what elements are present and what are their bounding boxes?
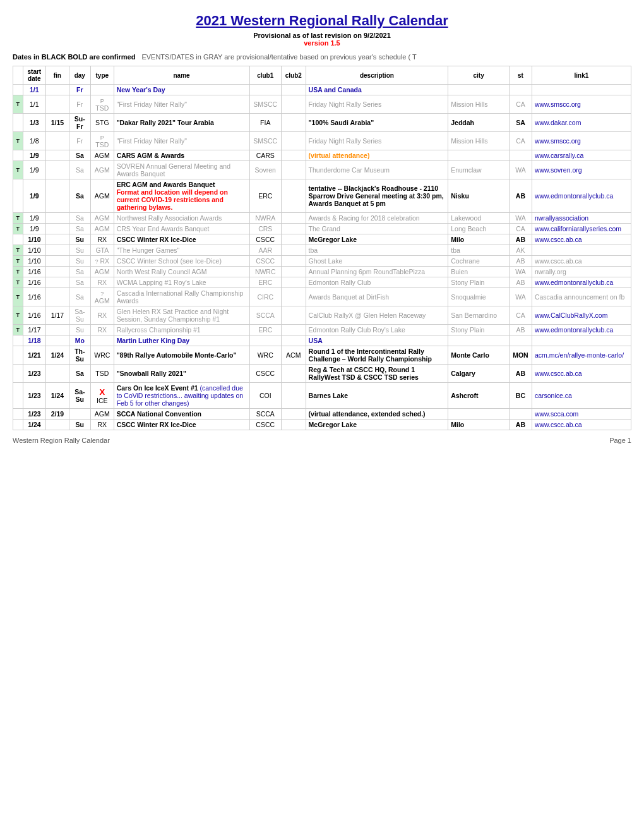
cell-city: Stony Plain <box>448 277 510 288</box>
table-row: T1/16Sa? AGMCascadia International Rally… <box>13 288 631 306</box>
link-anchor[interactable]: www.CalClubRallyX.com <box>535 311 608 319</box>
cell-club2 <box>281 325 306 335</box>
footer-right: Page 1 <box>609 437 631 444</box>
cell-day: Sa <box>69 267 90 277</box>
cell-club2 <box>281 383 306 409</box>
t-marker: T <box>13 306 23 325</box>
cell-link[interactable]: www.smscc.org <box>532 132 631 150</box>
table-row: T1/9SaAGMCRS Year End Awards BanquetCRST… <box>13 224 631 234</box>
link-anchor[interactable]: www.edmontonrallyclub.ca <box>535 279 613 286</box>
cell-day: Sa <box>69 179 90 213</box>
cell-start-date: 1/9 <box>23 161 46 179</box>
cell-link[interactable]: Cascadia announcement on fb <box>532 288 631 306</box>
table-row: 1/10SuRXCSCC Winter RX Ice-DiceCSCCMcGre… <box>13 234 631 245</box>
cell-state: AK <box>509 245 532 256</box>
cell-link[interactable] <box>532 85 631 95</box>
link-anchor[interactable]: www.sovren.org <box>535 166 582 174</box>
cell-club2 <box>281 234 306 245</box>
cell-link[interactable] <box>532 335 631 346</box>
cell-type: AGM <box>91 179 114 213</box>
link-anchor[interactable]: www.cscc.ab.ca <box>535 421 582 428</box>
cell-type: RX <box>91 325 114 335</box>
cell-type: AGM <box>91 161 114 179</box>
cell-link[interactable]: www.californiarallyseries.com <box>532 224 631 234</box>
cell-fin <box>46 224 69 234</box>
cell-club1: ERC <box>249 277 281 288</box>
t-marker <box>13 420 23 430</box>
cell-name: Cars On Ice IceX Event #1 (cancelled due… <box>114 383 249 409</box>
cell-name: SCCA National Convention <box>114 409 249 420</box>
cell-start-date: 1/9 <box>23 224 46 234</box>
legend-bold: Dates in BLACK BOLD are confirmed <box>13 53 135 61</box>
cell-state: WA <box>509 267 532 277</box>
cell-link[interactable]: www.edmontonrallyclub.ca <box>532 277 631 288</box>
cell-link[interactable]: www.scca.com <box>532 409 631 420</box>
cell-link[interactable]: www.smscc.org <box>532 95 631 114</box>
cell-city: Ashcroft <box>448 383 510 409</box>
cell-club1: CSCC <box>249 234 281 245</box>
cell-start-date: 1/23 <box>23 383 46 409</box>
link-anchor[interactable]: www.californiarallyseries.com <box>535 225 621 233</box>
cell-description: Awards Banquet at DirtFish <box>306 288 448 306</box>
cell-club1: FIA <box>249 114 281 132</box>
cell-city: Mission Hills <box>448 95 510 114</box>
cell-type: RX <box>91 234 114 245</box>
cell-state: AB <box>509 256 532 267</box>
cell-link[interactable]: www.cscc.ab.ca <box>532 234 631 245</box>
link-anchor[interactable]: www.cscc.ab.ca <box>535 236 582 243</box>
cell-link[interactable]: acm.mc/en/rallye-monte-carlo/ <box>532 346 631 365</box>
cell-link[interactable]: www.cscc.ab.ca <box>532 420 631 430</box>
cell-day: Sa <box>69 161 90 179</box>
link-anchor[interactable]: nwrallyassociation <box>535 214 588 222</box>
col-header-link: link1 <box>532 66 631 85</box>
cell-description: Reg & Tech at CSCC HQ, Round 1 RallyWest… <box>306 365 448 383</box>
link-anchor[interactable]: www.scca.com <box>535 410 578 418</box>
table-row: 1/9SaAGMCARS AGM & AwardsCARS(virtual at… <box>13 150 631 161</box>
cell-city: Snoqualmie <box>448 288 510 306</box>
cell-link[interactable]: www.edmontonrallyclub.ca <box>532 179 631 213</box>
link-anchor[interactable]: www.smscc.org <box>535 137 581 145</box>
link-anchor[interactable]: www.smscc.org <box>535 100 581 108</box>
cell-name: CARS AGM & Awards <box>114 150 249 161</box>
cell-description: (virtual attendance) <box>306 150 448 161</box>
cell-club2 <box>281 114 306 132</box>
link-anchor[interactable]: www.dakar.com <box>535 119 581 126</box>
link-anchor[interactable]: www.edmontonrallyclub.ca <box>535 326 613 334</box>
cell-club1: ERC <box>249 179 281 213</box>
cell-club2 <box>281 277 306 288</box>
cell-link[interactable]: www.sovren.org <box>532 161 631 179</box>
page-header: 2021 Western Regional Rally Calendar Pro… <box>13 13 631 61</box>
cell-club2 <box>281 267 306 277</box>
link-anchor[interactable]: www.cscc.ab.ca <box>535 370 582 377</box>
cell-link[interactable]: www.dakar.com <box>532 114 631 132</box>
cell-fin <box>46 335 69 346</box>
cell-link[interactable]: nwrally.org <box>532 267 631 277</box>
cell-state: SA <box>509 114 532 132</box>
cell-link[interactable] <box>532 245 631 256</box>
cell-club2 <box>281 161 306 179</box>
link-anchor[interactable]: www.edmontonrallyclub.ca <box>535 192 613 200</box>
cell-link[interactable]: carsonice.ca <box>532 383 631 409</box>
cell-club1: SCCA <box>249 409 281 420</box>
cell-club2 <box>281 245 306 256</box>
cell-link[interactable]: www.edmontonrallyclub.ca <box>532 325 631 335</box>
cell-club2 <box>281 150 306 161</box>
link-anchor[interactable]: acm.mc/en/rallye-monte-carlo/ <box>535 351 624 359</box>
cell-fin <box>46 150 69 161</box>
cell-link[interactable]: www.cscc.ab.ca <box>532 365 631 383</box>
cell-link[interactable]: www.carsrally.ca <box>532 150 631 161</box>
link-anchor[interactable]: www.carsrally.ca <box>535 152 583 159</box>
cell-description: McGregor Lake <box>306 420 448 430</box>
t-marker: T <box>13 132 23 150</box>
page-subtitle: Provisional as of last revision on 9/2/2… <box>13 32 631 39</box>
cell-link[interactable]: www.cscc.ab.ca <box>532 256 631 267</box>
cell-start-date: 1/10 <box>23 245 46 256</box>
cell-link[interactable]: nwrallyassociation <box>532 213 631 224</box>
cell-state: AB <box>509 234 532 245</box>
cell-club2 <box>281 306 306 325</box>
cell-link[interactable]: www.CalClubRallyX.com <box>532 306 631 325</box>
cell-name: North West Rally Council AGM <box>114 267 249 277</box>
link-anchor[interactable]: carsonice.ca <box>535 392 572 399</box>
cell-type <box>91 335 114 346</box>
cell-day: Fr <box>69 95 90 114</box>
